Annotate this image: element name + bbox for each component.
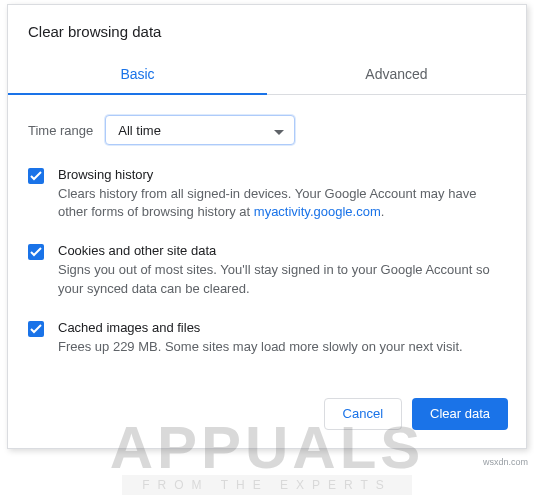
dialog-title: Clear browsing data: [8, 5, 526, 56]
option-cache: Cached images and files Frees up 229 MB.…: [28, 320, 506, 356]
option-title: Browsing history: [58, 167, 506, 182]
option-title: Cached images and files: [58, 320, 463, 335]
dialog-body: Time range All time Browsing history Cle…: [8, 95, 526, 388]
option-desc: Clears history from all signed-in device…: [58, 185, 506, 221]
tabs: Basic Advanced: [8, 56, 526, 95]
tab-basic[interactable]: Basic: [8, 56, 267, 94]
checkbox-browsing-history[interactable]: [28, 168, 44, 184]
checkbox-cache[interactable]: [28, 321, 44, 337]
tab-advanced[interactable]: Advanced: [267, 56, 526, 94]
watermark-small: FROM THE EXPERTS: [122, 475, 412, 495]
myactivity-link[interactable]: myactivity.google.com: [254, 204, 381, 219]
clear-data-button[interactable]: Clear data: [412, 398, 508, 430]
checkbox-cookies[interactable]: [28, 244, 44, 260]
chevron-down-icon: [274, 123, 284, 138]
attribution-text: wsxdn.com: [483, 457, 528, 467]
dialog-footer: Cancel Clear data: [8, 388, 526, 448]
time-range-value: All time: [118, 123, 161, 138]
option-browsing-history: Browsing history Clears history from all…: [28, 167, 506, 221]
time-range-select[interactable]: All time: [105, 115, 295, 145]
time-range-label: Time range: [28, 123, 93, 138]
cancel-button[interactable]: Cancel: [324, 398, 402, 430]
option-title: Cookies and other site data: [58, 243, 506, 258]
option-cookies: Cookies and other site data Signs you ou…: [28, 243, 506, 297]
clear-browsing-data-dialog: Clear browsing data Basic Advanced Time …: [7, 4, 527, 449]
time-range-row: Time range All time: [28, 115, 506, 145]
option-desc: Signs you out of most sites. You'll stay…: [58, 261, 506, 297]
option-desc: Frees up 229 MB. Some sites may load mor…: [58, 338, 463, 356]
